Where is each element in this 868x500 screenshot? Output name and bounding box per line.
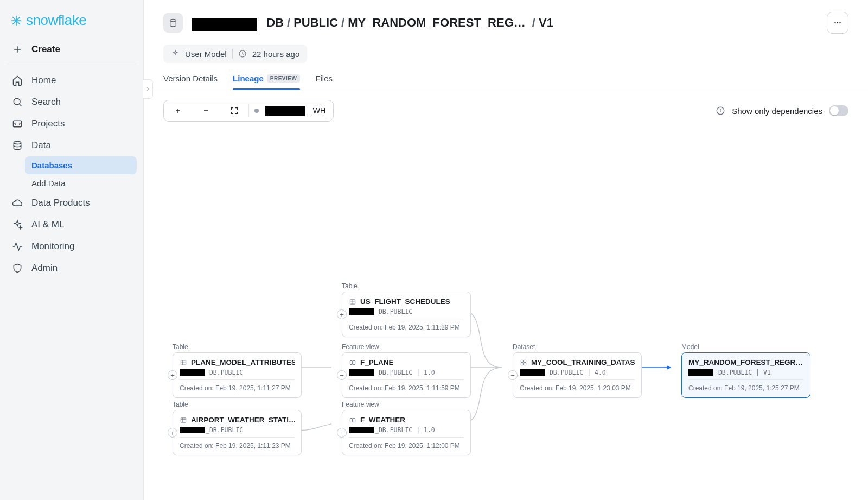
sidebar-item-monitoring[interactable]: Monitoring xyxy=(7,236,137,257)
svg-rect-33 xyxy=(350,418,352,422)
sidebar-sub-add-data[interactable]: Add Data xyxy=(25,174,137,192)
redacted-segment xyxy=(192,18,257,31)
snowflake-icon xyxy=(11,15,22,26)
clock-icon xyxy=(238,49,247,58)
svg-line-7 xyxy=(20,104,22,106)
node-type-label: Feature view xyxy=(342,343,379,351)
sidebar-sub-databases[interactable]: Databases xyxy=(25,156,137,174)
lineage-node-us-flight-schedules[interactable]: + US_FLIGHT_SCHEDULES _DB.PUBLIC Created… xyxy=(342,292,471,337)
sidebar-item-search[interactable]: Search xyxy=(7,91,137,113)
sparkle-icon xyxy=(12,219,23,230)
sidebar-item-data[interactable]: Data xyxy=(7,135,137,156)
collapse-sidebar-button[interactable] xyxy=(143,79,153,99)
lineage-node-plane-model-attributes[interactable]: + PLANE_MODEL_ATTRIBUTES _DB.PUBLIC Crea… xyxy=(173,352,302,398)
zoom-in-button[interactable] xyxy=(164,100,192,121)
svg-rect-28 xyxy=(350,299,355,303)
breadcrumb-version: V1 xyxy=(539,16,553,30)
zoom-out-button[interactable] xyxy=(192,100,220,121)
zoom-toolbar: _WH xyxy=(163,100,334,122)
svg-rect-22 xyxy=(181,360,186,364)
svg-point-9 xyxy=(14,142,21,144)
collapse-upstream-button[interactable]: − xyxy=(508,370,518,380)
sidebar-item-label: Monitoring xyxy=(31,241,74,252)
node-type-label: Feature view xyxy=(342,401,379,408)
lineage-node-model[interactable]: MY_RANDOM_FOREST_REGR… _DB.PUBLIC | V1 C… xyxy=(681,352,810,398)
activity-icon xyxy=(12,241,23,252)
fullscreen-button[interactable] xyxy=(220,100,248,121)
dataset-icon xyxy=(520,359,527,366)
expand-upstream-button[interactable]: + xyxy=(168,428,177,438)
tab-lineage[interactable]: Lineage PREVIEW xyxy=(233,74,300,90)
tab-version-details[interactable]: Version Details xyxy=(163,74,218,90)
sidebar-item-projects[interactable]: Projects xyxy=(7,113,137,135)
lineage-node-training-dataset[interactable]: − MY_COOL_TRAINING_DATASET _DB.PUBLIC | … xyxy=(513,352,642,398)
warehouse-picker[interactable]: _WH xyxy=(249,100,333,121)
sparkle-icon xyxy=(171,49,180,58)
cloud-icon xyxy=(12,198,23,208)
sidebar-item-label: Search xyxy=(31,97,61,107)
object-age: 22 hours ago xyxy=(252,49,300,59)
svg-rect-34 xyxy=(353,418,355,422)
deps-toggle[interactable] xyxy=(829,105,848,116)
svg-point-10 xyxy=(170,19,176,22)
home-icon xyxy=(12,75,23,86)
collapse-upstream-button[interactable]: − xyxy=(337,428,347,438)
table-icon xyxy=(349,298,356,306)
sidebar-item-label: Projects xyxy=(31,118,65,129)
svg-point-11 xyxy=(834,22,835,23)
node-type-label: Model xyxy=(681,343,699,351)
breadcrumb: _DB / PUBLIC / MY_RANDOM_FOREST_REG… / V… xyxy=(192,16,553,30)
table-icon xyxy=(180,359,187,366)
deps-label: Show only dependencies xyxy=(732,106,822,116)
collapse-upstream-button[interactable]: − xyxy=(337,370,347,380)
tabs: Version Details Lineage PREVIEW Files xyxy=(144,63,868,90)
expand-upstream-button[interactable]: + xyxy=(337,309,347,319)
sidebar-item-data-products[interactable]: Data Products xyxy=(7,192,137,214)
svg-rect-35 xyxy=(521,360,523,362)
node-type-label: Dataset xyxy=(513,343,535,351)
plus-icon xyxy=(12,44,23,55)
lineage-node-airport-weather[interactable]: + AIRPORT_WEATHER_STATI… _DB.PUBLIC Crea… xyxy=(173,410,302,455)
tab-files[interactable]: Files xyxy=(315,74,333,90)
status-dot xyxy=(254,109,259,113)
sidebar-item-ai-ml[interactable]: AI & ML xyxy=(7,214,137,236)
feature-view-icon xyxy=(349,416,356,424)
sidebar-item-admin[interactable]: Admin xyxy=(7,257,137,279)
breadcrumb-schema[interactable]: PUBLIC xyxy=(293,16,338,30)
redacted-warehouse xyxy=(265,106,305,116)
svg-point-12 xyxy=(837,22,838,23)
lineage-node-f-plane[interactable]: − F_PLANE _DB.PUBLIC | 1.0 Created on: F… xyxy=(342,352,471,398)
sidebar-item-home[interactable]: Home xyxy=(7,69,137,91)
shield-icon xyxy=(12,263,23,274)
main-content: _DB / PUBLIC / MY_RANDOM_FOREST_REG… / V… xyxy=(144,0,868,500)
feature-view-icon xyxy=(349,359,356,366)
node-type-label: Table xyxy=(342,282,358,290)
svg-rect-36 xyxy=(524,360,526,362)
brand-logo[interactable]: snowflake xyxy=(7,10,137,39)
svg-rect-37 xyxy=(521,363,523,365)
svg-rect-31 xyxy=(350,360,352,364)
svg-point-6 xyxy=(14,98,20,105)
database-chip-icon xyxy=(163,13,183,33)
search-icon xyxy=(12,97,23,107)
info-icon[interactable] xyxy=(716,106,725,116)
sidebar: snowflake Create Home Search Projects Da… xyxy=(0,0,144,500)
lineage-node-f-weather[interactable]: − F_WEATHER _DB.PUBLIC | 1.0 Created on:… xyxy=(342,410,471,455)
svg-point-13 xyxy=(839,22,840,23)
node-type-label: Table xyxy=(173,401,188,408)
svg-rect-38 xyxy=(524,363,526,365)
node-type-label: Table xyxy=(173,343,188,351)
object-type: User Model xyxy=(185,49,227,59)
preview-badge: PREVIEW xyxy=(267,74,301,83)
sidebar-item-label: Data Products xyxy=(31,198,90,208)
more-actions-button[interactable] xyxy=(827,12,848,34)
sidebar-item-label: Admin xyxy=(31,263,58,274)
breadcrumb-object[interactable]: MY_RANDOM_FOREST_REG… xyxy=(348,16,526,30)
lineage-canvas[interactable]: Table Table Table Feature view Feature v… xyxy=(144,122,868,500)
sidebar-item-label: Data xyxy=(31,140,51,151)
sidebar-item-label: AI & ML xyxy=(31,219,64,230)
expand-upstream-button[interactable]: + xyxy=(168,370,177,380)
create-button[interactable]: Create xyxy=(7,39,137,60)
svg-rect-32 xyxy=(353,360,355,364)
divider xyxy=(7,64,137,64)
